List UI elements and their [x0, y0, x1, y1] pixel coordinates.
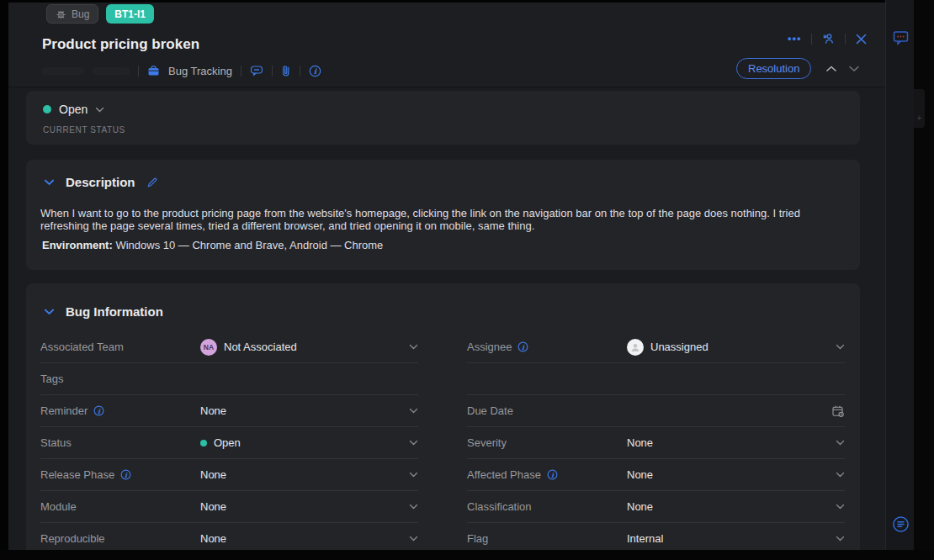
description-header: Description: [44, 175, 158, 189]
chevron-up-icon[interactable]: [825, 65, 837, 72]
chevron-down-icon: [409, 504, 418, 510]
chevron-down-icon: [409, 408, 418, 414]
info-icon: i: [517, 341, 528, 352]
add-follower-icon[interactable]: [821, 32, 836, 45]
dimmed-text-placeholder: [42, 67, 84, 75]
chevron-down-icon: [836, 440, 845, 446]
field-value: None: [200, 468, 226, 481]
field-value: None: [200, 532, 226, 545]
field-row-tags[interactable]: Tags: [40, 363, 418, 395]
field-label: Status: [40, 436, 200, 449]
collapse-chevron-icon[interactable]: [44, 309, 55, 315]
field-label: Affected Phase i: [467, 468, 627, 481]
assignee-avatar: [627, 339, 644, 356]
field-row-severity[interactable]: Severity None: [467, 427, 845, 459]
field-row-module[interactable]: Module None: [40, 491, 418, 523]
info-icon: i: [120, 469, 131, 480]
activity-menu-icon[interactable]: [892, 515, 910, 533]
bug-id-badge: BT1-I1: [106, 4, 154, 24]
field-row-empty: [467, 363, 845, 395]
field-label: Reproducible: [40, 532, 200, 545]
environment-line: Environment: Windows 10 — Chrome and Bra…: [42, 239, 383, 251]
chip-row: Bug BT1-I1: [46, 4, 154, 24]
field-row-assignee[interactable]: Assignee i Unassigned: [467, 331, 845, 363]
field-label: Associated Team: [40, 341, 200, 353]
field-label: Release Phase i: [40, 468, 200, 481]
svg-text:i: i: [98, 408, 101, 415]
chevron-down-icon: [409, 536, 418, 542]
status-dot: [43, 105, 51, 114]
divider: [300, 66, 300, 77]
header-actions: •••: [788, 32, 868, 45]
close-icon[interactable]: [855, 33, 868, 45]
chevron-down-icon: [836, 344, 845, 350]
field-label: Due Date: [467, 404, 627, 417]
field-row-status[interactable]: Status Open: [40, 427, 418, 459]
status-value: Open: [59, 103, 88, 116]
section-title: Description: [66, 175, 135, 189]
bug-type-label: Bug: [72, 8, 89, 20]
status-dropdown[interactable]: Open: [43, 103, 104, 116]
field-row-classification[interactable]: Classification None: [467, 491, 845, 523]
field-label: Assignee i: [467, 341, 627, 353]
section-title: Bug Information: [66, 304, 163, 319]
field-label: Tags: [40, 372, 200, 385]
chat-icon[interactable]: [893, 30, 909, 45]
briefcase-icon: [147, 65, 160, 77]
resolution-button[interactable]: Resolution: [736, 58, 811, 79]
chevron-down-icon: [409, 472, 418, 478]
field-value: None: [627, 500, 653, 513]
divider: [272, 66, 273, 77]
info-icon: i: [547, 469, 558, 480]
more-options-icon[interactable]: •••: [788, 34, 802, 43]
field-value: Open: [214, 436, 241, 449]
field-value: Internal: [627, 532, 663, 545]
field-row-reproducible[interactable]: Reproducible None: [40, 523, 418, 550]
fields-left-column: Associated Team NA Not Associated Tags R…: [40, 331, 418, 550]
status-dot: [200, 440, 207, 446]
field-value: Unassigned: [650, 341, 708, 353]
bug-information-card: Bug Information Associated Team NA Not A…: [26, 283, 860, 550]
page-edge: +: [914, 0, 934, 560]
chevron-down-icon[interactable]: [848, 65, 860, 72]
bottom-edge: [0, 550, 934, 560]
environment-value: Windows 10 — Chrome and Brave, Android —…: [113, 239, 384, 251]
bug-icon: [56, 8, 66, 19]
info-icon[interactable]: i: [309, 65, 321, 77]
field-row-due-date[interactable]: Due Date: [467, 395, 845, 427]
breadcrumb: Bug Tracking i: [42, 63, 321, 78]
bug-title: Product pricing broken: [42, 36, 199, 53]
bug-type-chip[interactable]: Bug: [46, 4, 98, 24]
environment-label: Environment:: [42, 239, 113, 251]
svg-text:i: i: [125, 472, 128, 479]
field-row-associated-team[interactable]: Associated Team NA Not Associated: [40, 331, 418, 363]
collapse-chevron-icon[interactable]: [44, 179, 55, 186]
dimmed-text-placeholder: [93, 67, 130, 75]
attachment-icon[interactable]: [281, 65, 291, 77]
project-name[interactable]: Bug Tracking: [168, 65, 232, 77]
modal-header: Bug BT1-I1 Product pricing broken •••: [8, 3, 885, 87]
field-value: None: [200, 500, 226, 513]
field-row-release-phase[interactable]: Release Phase i None: [40, 459, 418, 491]
field-label: Module: [40, 500, 200, 513]
edit-icon[interactable]: [146, 177, 158, 188]
field-value: Not Associated: [224, 341, 297, 353]
calendar-icon[interactable]: [831, 404, 845, 418]
current-status-card: Open CURRENT STATUS: [26, 91, 860, 145]
fields-right-column: Assignee i Unassigned Due Date: [467, 331, 845, 550]
field-row-flag[interactable]: Flag Internal: [467, 523, 845, 550]
right-icon-rail: [885, 0, 914, 560]
chevron-down-icon: [836, 504, 845, 510]
field-row-affected-phase[interactable]: Affected Phase i None: [467, 459, 845, 491]
field-label: Classification: [467, 500, 627, 513]
field-value: None: [627, 436, 653, 449]
divider: [811, 34, 812, 45]
svg-text:i: i: [314, 67, 318, 76]
field-row-reminder[interactable]: Reminder i None: [40, 395, 418, 427]
svg-text:i: i: [523, 344, 526, 351]
divider: [138, 66, 139, 77]
divider: [241, 66, 241, 77]
comments-icon[interactable]: [250, 65, 263, 77]
description-card: Description When I want to go to the pro…: [26, 160, 860, 270]
chevron-down-icon: [836, 536, 845, 542]
